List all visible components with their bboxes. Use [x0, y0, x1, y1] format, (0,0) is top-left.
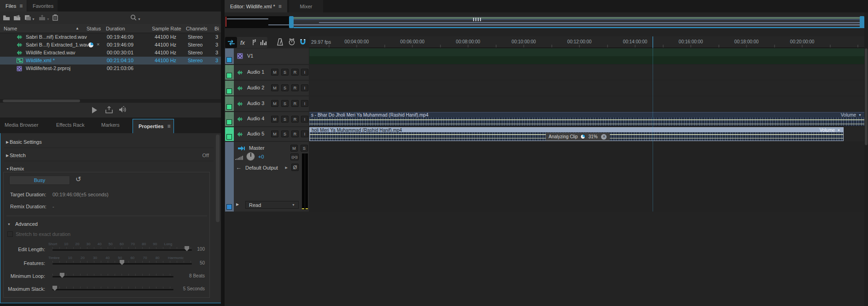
automation-mode-dropdown[interactable]: Read ▼ — [245, 201, 299, 209]
clip-header[interactable]: s - Bhar Do Jholi Meri Ya Muhammad (Rash… — [309, 112, 864, 118]
timeline-ruler[interactable]: 29.97 fps 00:04:00:00 00:06:00:00 00:08:… — [309, 36, 864, 48]
track-color-strip[interactable] — [225, 81, 234, 95]
input-monitor-button[interactable]: I — [301, 69, 308, 76]
cancel-analysis-icon[interactable]: × — [97, 41, 99, 47]
tab-editor[interactable]: Editor: Wildlife.xml * ≡ — [225, 0, 287, 12]
mute-button[interactable]: M — [271, 69, 278, 76]
track-header-master[interactable]: Master M S +0 ((•)) ← Default Output ▶ Ø… — [225, 142, 309, 212]
col-sample-rate[interactable]: Sample Rate — [152, 26, 181, 31]
file-row[interactable]: Wildlife/test-2.prproj 00:21:03:06 — [0, 65, 221, 72]
files-hscrollbar-thumb[interactable] — [3, 100, 80, 102]
files-hscrollbar[interactable] — [0, 99, 221, 103]
remix-busy-button[interactable]: Busy — [9, 176, 70, 185]
track-select-square[interactable] — [226, 104, 232, 110]
export-icon[interactable] — [105, 106, 113, 115]
overview-grip-icon[interactable] — [473, 18, 481, 21]
file-row[interactable]: Sabri B...f) Extracted_1.wav × 00:19:46:… — [0, 41, 221, 49]
clip-volume-control[interactable]: Volume ▼ — [841, 112, 864, 118]
track-header-v1[interactable]: V1 — [225, 48, 309, 64]
mute-button[interactable]: M — [271, 100, 278, 107]
tab-markers[interactable]: Markers — [101, 122, 120, 128]
track-header-audio1[interactable]: Audio 1 M S R I — [225, 65, 309, 80]
tab-favorites[interactable]: Favorites — [27, 0, 58, 12]
video-clip-lower[interactable] — [309, 56, 864, 64]
move-tool-selected[interactable] — [225, 37, 237, 48]
col-channels[interactable]: Channels — [186, 26, 207, 31]
track-color-strip[interactable] — [225, 112, 234, 126]
file-row[interactable]: Sabri B...nif) Extracted.wav 00:19:46:09… — [0, 33, 221, 41]
mixdown-icon[interactable] — [39, 15, 46, 22]
maximum-slack-slider[interactable] — [52, 289, 174, 290]
col-duration[interactable]: Duration — [106, 26, 125, 31]
trash-icon[interactable] — [52, 14, 58, 22]
lane-v1[interactable] — [309, 48, 864, 64]
import-file-icon[interactable] — [13, 15, 21, 22]
mute-button[interactable]: M — [271, 84, 278, 91]
track-select-square[interactable] — [226, 73, 232, 78]
track-header-audio5[interactable]: Audio 5 M S R I — [225, 127, 309, 141]
audio-clip[interactable]: s - Bhar Do Jholi Meri Ya Muhammad (Rash… — [309, 112, 864, 126]
section-stretch[interactable]: ▶ Stretch — [0, 151, 217, 159]
mute-button[interactable]: M — [271, 116, 278, 123]
gain-value[interactable]: +0 — [258, 154, 264, 159]
tab-properties[interactable]: Properties ≡ — [133, 119, 174, 133]
open-file-icon[interactable] — [3, 15, 10, 22]
skip-timer-icon[interactable] — [287, 38, 296, 46]
record-arm-button[interactable]: R — [291, 130, 299, 137]
gain-knob[interactable] — [246, 152, 255, 161]
metronome-icon[interactable] — [275, 38, 284, 46]
play-icon[interactable] — [92, 107, 97, 113]
file-row[interactable]: Wildlife Extracted.wav 00:00:30:01 44100… — [0, 49, 221, 57]
razor-tool-icon[interactable] — [249, 38, 258, 47]
fx-tool-icon[interactable]: fx — [238, 38, 247, 47]
overview-outside-left[interactable] — [225, 16, 294, 28]
expanded-icon[interactable]: ▼ — [7, 223, 11, 226]
snap-magnet-icon[interactable] — [298, 38, 307, 46]
solo-button[interactable]: S — [281, 84, 289, 91]
search-caret-icon[interactable]: ▼ — [138, 18, 141, 21]
lane-audio3[interactable] — [309, 96, 864, 111]
input-monitor-button[interactable]: I — [301, 130, 308, 137]
solo-button[interactable]: S — [281, 100, 289, 107]
section-basic-settings[interactable]: ▶ Basic Settings — [0, 138, 217, 146]
speaker-icon[interactable] — [118, 106, 127, 114]
track-color-strip[interactable] — [225, 96, 234, 111]
lane-audio1[interactable] — [309, 65, 864, 80]
advanced-header[interactable]: ▼ Advanced — [7, 221, 38, 227]
input-monitor-button[interactable]: I — [301, 84, 308, 91]
track-select-square[interactable] — [226, 119, 232, 125]
track-select-square[interactable] — [226, 57, 232, 63]
input-monitor-button[interactable]: I — [301, 116, 308, 123]
mute-button[interactable]: M — [271, 130, 278, 137]
solo-button[interactable]: S — [281, 116, 289, 123]
track-header-audio3[interactable]: Audio 3 M S R I — [225, 96, 309, 111]
new-item-icon[interactable] — [24, 15, 31, 22]
meters-tool-icon[interactable] — [259, 38, 268, 47]
output-selector[interactable]: Default Output ▶ — [245, 164, 288, 171]
collapsed-icon[interactable]: ▶ — [0, 140, 10, 144]
stretch-exact-checkbox[interactable] — [7, 231, 13, 237]
solo-button[interactable]: S — [281, 130, 289, 137]
lane-audio2[interactable] — [309, 81, 864, 95]
reset-icon[interactable]: ↺ — [75, 175, 81, 183]
record-arm-button[interactable]: R — [291, 84, 299, 91]
monitor-icon[interactable]: ((•)) — [290, 153, 299, 160]
input-monitor-button[interactable]: I — [301, 100, 308, 107]
panel-menu-icon[interactable]: ≡ — [278, 3, 282, 10]
editor-vscrollbar[interactable] — [864, 12, 868, 306]
playhead[interactable] — [653, 36, 653, 212]
tab-files[interactable]: Files ≡ — [0, 0, 27, 12]
panel-menu-icon[interactable]: ≡ — [19, 3, 23, 9]
new-item-caret-icon[interactable]: ▼ — [32, 18, 35, 21]
lane-audio5[interactable]: holi Meri Ya Muhammad (Rashid Hanif).mp4… — [309, 127, 864, 141]
col-bit-depth[interactable]: Bi — [214, 26, 219, 31]
expanded-icon[interactable]: ▼ — [0, 167, 10, 171]
track-select-square[interactable] — [226, 88, 232, 94]
record-arm-button[interactable]: R — [291, 100, 299, 107]
panel-menu-icon[interactable]: ≡ — [167, 123, 170, 129]
sort-ascending-icon[interactable]: ▲ — [75, 26, 79, 30]
tab-media-browser[interactable]: Media Browser — [5, 122, 38, 128]
track-color-strip[interactable] — [225, 127, 234, 141]
minimum-loop-slider[interactable] — [52, 276, 174, 277]
cancel-analyzing-icon[interactable]: × — [601, 134, 607, 140]
